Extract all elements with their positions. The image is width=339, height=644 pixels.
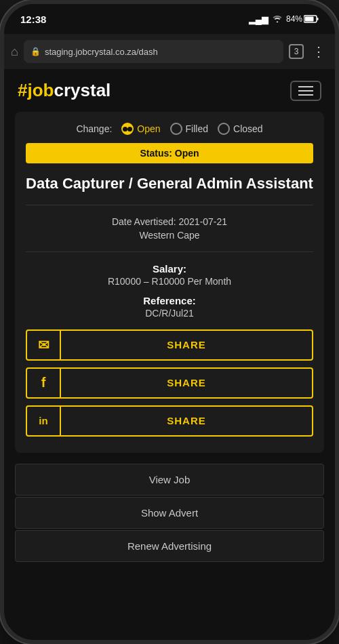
facebook-share-label: SHARE [61, 377, 312, 388]
job-card: Change: Open Filled Closed St [15, 112, 324, 453]
radio-open-label: Open [137, 123, 160, 134]
show-advert-label: Show Advert [141, 507, 198, 519]
linkedin-share-button[interactable]: in SHARE [26, 405, 313, 437]
job-location: Western Cape [26, 230, 313, 241]
job-meta: Date Avertised: 2021-07-21 Western Cape [26, 216, 313, 252]
page-content: #jobcrystal Change: Open [4, 69, 335, 640]
lock-icon: 🔒 [31, 47, 41, 56]
radio-closed[interactable]: Closed [218, 123, 263, 135]
logo-job: job [27, 80, 54, 100]
salary-label: Salary: [26, 263, 313, 275]
notch [122, 4, 217, 23]
facebook-icon: f [41, 375, 46, 390]
logo-crystal: crystal [54, 80, 111, 100]
share-buttons: ✉ SHARE f SHARE in SHARE [26, 329, 313, 437]
radio-filled[interactable]: Filled [170, 123, 208, 135]
battery-indicator: 84% [286, 14, 319, 24]
renew-advertising-button[interactable]: Renew Advertising [15, 530, 324, 562]
radio-closed-label: Closed [233, 123, 263, 134]
job-title: Data Capturer / General Admin Assistant [26, 174, 313, 205]
battery-text: 84% [286, 14, 302, 24]
site-header: #jobcrystal [4, 69, 335, 112]
action-buttons: View Job Show Advert Renew Advertising [15, 464, 324, 562]
svg-rect-1 [305, 17, 314, 22]
linkedin-share-label: SHARE [61, 415, 312, 426]
job-details: Salary: R10000 – R10000 Per Month Refere… [26, 263, 313, 319]
radio-open[interactable]: Open [121, 123, 160, 135]
radio-filled-circle [170, 123, 182, 135]
radio-open-circle [121, 123, 134, 135]
site-logo: #jobcrystal [18, 80, 111, 101]
email-share-button[interactable]: ✉ SHARE [26, 329, 313, 361]
status-icons: ▂▄▆ 84% [249, 14, 319, 24]
status-time: 12:38 [20, 14, 46, 25]
reference-value: DC/R/Jul21 [26, 308, 313, 319]
status-toggle: Change: Open Filled Closed [26, 123, 313, 135]
email-share-label: SHARE [61, 339, 312, 350]
salary-value: R10000 – R10000 Per Month [26, 276, 313, 287]
svg-rect-2 [317, 18, 319, 20]
reference-label: Reference: [26, 295, 313, 306]
email-icon: ✉ [38, 337, 49, 353]
email-icon-box: ✉ [27, 331, 61, 359]
view-job-label: View Job [149, 474, 191, 485]
show-advert-button[interactable]: Show Advert [15, 497, 324, 529]
change-label: Change: [76, 123, 112, 134]
hamburger-button[interactable] [290, 81, 321, 101]
radio-filled-label: Filled [186, 123, 208, 134]
browser-bar: ⌂ 🔒 staging.jobcrystal.co.za/dash 3 ⋮ [4, 34, 335, 69]
linkedin-icon: in [39, 415, 47, 426]
signal-icon: ▂▄▆ [249, 14, 268, 24]
view-job-button[interactable]: View Job [15, 464, 324, 496]
url-bar[interactable]: 🔒 staging.jobcrystal.co.za/dash [24, 40, 283, 63]
url-text: staging.jobcrystal.co.za/dash [45, 47, 277, 57]
status-banner-text: Status: Open [140, 148, 199, 159]
hamburger-line-2 [298, 90, 313, 92]
status-banner: Status: Open [26, 143, 313, 163]
facebook-icon-box: f [27, 369, 61, 397]
linkedin-icon-box: in [27, 407, 61, 435]
radio-closed-circle [218, 123, 230, 135]
hamburger-line-1 [298, 86, 313, 87]
wifi-icon [272, 14, 283, 24]
job-date: Date Avertised: 2021-07-21 [26, 216, 313, 227]
logo-hash: # [18, 80, 27, 100]
hamburger-line-3 [298, 94, 313, 96]
tab-count[interactable]: 3 [289, 44, 304, 59]
home-icon[interactable]: ⌂ [11, 45, 18, 59]
facebook-share-button[interactable]: f SHARE [26, 367, 313, 399]
browser-menu-icon[interactable]: ⋮ [309, 43, 328, 60]
phone-frame: 12:38 ▂▄▆ 84% ⌂ 🔒 [0, 0, 339, 644]
renew-advertising-label: Renew Advertising [127, 540, 212, 552]
